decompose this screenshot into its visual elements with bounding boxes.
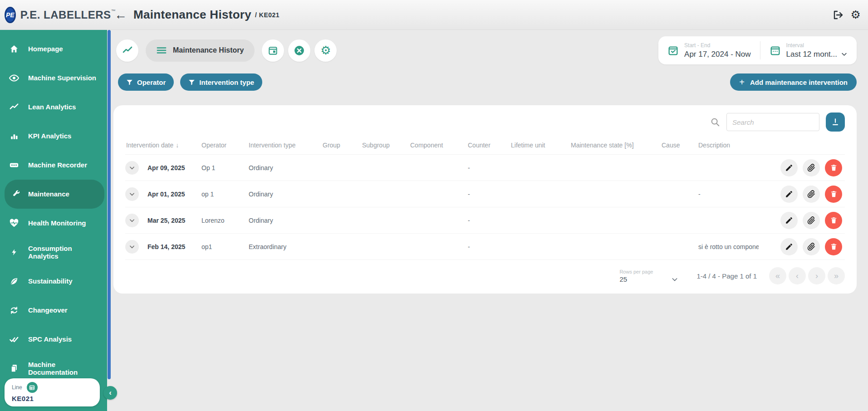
column-header[interactable]: Description [698, 142, 759, 149]
back-arrow-icon[interactable]: ← [114, 9, 127, 21]
main-content: Maintenance History ⚙ Start - End Apr 17… [111, 30, 868, 411]
pencil-icon [785, 243, 793, 251]
sidebar-collapse-button[interactable]: ‹ [103, 386, 117, 400]
line-value: KE021 [12, 395, 93, 402]
next-page-button[interactable]: › [808, 267, 825, 284]
brand-name: P.E. LABELLERS™ [20, 9, 116, 21]
filter-intervention-type-button[interactable]: Intervention type [180, 73, 262, 91]
start-end-value: Apr 17, 2024 - Now [684, 50, 750, 59]
paperclip-icon [807, 190, 815, 198]
pencil-icon [785, 164, 793, 172]
add-maintenance-intervention-button[interactable]: + Add maintenance intervention [730, 73, 857, 91]
sidebar-item-kpi-analytics[interactable]: KPI Analytics [0, 122, 107, 151]
expand-row-button[interactable] [125, 214, 139, 227]
clear-filters-button[interactable] [288, 39, 310, 62]
gear-icon: ⚙ [320, 44, 331, 56]
column-header[interactable]: Intervention type [249, 142, 323, 149]
sidebar-item-spc-analysis[interactable]: SPC Analysis [0, 325, 107, 354]
toolbar: Maintenance History ⚙ Start - End Apr 17… [113, 36, 857, 64]
analytics-view-button[interactable] [116, 39, 138, 62]
sidebar-item-machine-recorder[interactable]: Machine Recorder [0, 151, 107, 180]
edit-button[interactable] [780, 212, 798, 229]
chevron-down-icon [841, 51, 848, 58]
expand-row-button[interactable] [125, 161, 139, 175]
sidebar-item-health-monitoring[interactable]: Health Monitoring [0, 209, 107, 238]
sidebar-item-sustainability[interactable]: Sustainability [0, 267, 107, 296]
eye-icon [0, 73, 28, 83]
sidebar-item-machine-supervision[interactable]: Machine Supervision [0, 64, 107, 93]
attachment-button[interactable] [803, 186, 820, 203]
search-input[interactable] [726, 113, 819, 131]
brand-logo-icon: PE [5, 7, 16, 23]
plus-icon: + [739, 78, 745, 87]
column-header[interactable]: Intervention date↓ [125, 142, 201, 149]
chevron-down-icon [129, 244, 135, 250]
sidebar-item-consumption-analytics[interactable]: Consumption Analytics [0, 238, 107, 267]
column-header[interactable]: Group [323, 142, 362, 149]
column-header[interactable]: Lifetime unit [511, 142, 571, 149]
download-button[interactable] [826, 113, 845, 132]
cell-intervention-type: Ordinary [249, 191, 323, 198]
sidebar-item-homepage[interactable]: Homepage [0, 34, 107, 64]
home-icon [0, 44, 28, 54]
sidebar-item-changeover[interactable]: Changeover [0, 296, 107, 325]
start-end-label: Start - End [684, 42, 750, 49]
sidebar-scrollbar-thumb[interactable] [108, 30, 111, 379]
attachment-button[interactable] [803, 212, 820, 229]
column-header[interactable]: Cause [662, 142, 698, 149]
table-settings-button[interactable]: ⚙ [314, 39, 337, 62]
first-page-button[interactable]: « [769, 267, 786, 284]
interval-label: Interval [786, 42, 848, 49]
funnel-icon [188, 79, 195, 86]
settings-gear-icon[interactable]: ⚙ [851, 9, 861, 20]
wrench-icon [5, 190, 28, 199]
chevron-down-icon [129, 217, 135, 224]
column-header[interactable]: Operator [201, 142, 249, 149]
heart-icon [0, 218, 28, 228]
search-icon [710, 117, 720, 127]
filter-operator-button[interactable]: Operator [118, 73, 174, 91]
doublecheck-icon [0, 334, 28, 344]
edit-button[interactable] [780, 159, 798, 176]
sidebar-item-maintenance[interactable]: Maintenance [5, 180, 104, 209]
cell-intervention-date: Apr 01, 2025 [147, 191, 201, 198]
start-end-selector[interactable]: Start - End Apr 17, 2024 - Now [658, 42, 760, 59]
bars-icon [0, 132, 28, 140]
edit-button[interactable] [780, 186, 798, 203]
column-header[interactable]: Subgroup [362, 142, 410, 149]
download-icon [831, 117, 840, 127]
paperclip-icon [807, 216, 815, 225]
sidebar-item-lean-analytics[interactable]: Lean Analytics [0, 93, 107, 122]
table-body: Apr 09, 2025 Op 1 Ordinary - Apr 01, 202… [125, 155, 845, 260]
column-header[interactable]: Counter [468, 142, 511, 149]
cycle-icon [0, 305, 28, 315]
cell-intervention-type: Ordinary [249, 217, 323, 224]
edit-button[interactable] [780, 238, 798, 255]
line-list-icon[interactable] [27, 382, 38, 393]
delete-button[interactable] [825, 212, 842, 229]
delete-button[interactable] [825, 159, 842, 176]
expand-row-button[interactable] [125, 240, 139, 254]
table-row: Feb 14, 2025 op1 Extraordinary - si è ro… [125, 234, 845, 260]
expand-row-button[interactable] [125, 187, 139, 201]
delete-button[interactable] [825, 238, 842, 255]
column-header[interactable]: Component [410, 142, 468, 149]
attachment-button[interactable] [803, 159, 820, 176]
rows-per-page-select[interactable]: Rows per page 25 [619, 269, 678, 283]
logout-icon[interactable] [833, 10, 843, 20]
last-page-button[interactable]: » [828, 267, 845, 284]
attachment-button[interactable] [803, 238, 820, 255]
sidebar-scrollbar-track[interactable] [107, 30, 111, 411]
calendar-view-button[interactable] [262, 39, 284, 62]
cell-counter: - [468, 217, 511, 224]
maintenance-table-card: Intervention date↓OperatorIntervention t… [113, 105, 857, 294]
line-selector-card[interactable]: Line KE021 [5, 378, 100, 406]
cell-counter: - [468, 243, 511, 250]
chevron-down-icon [129, 191, 135, 197]
previous-page-button[interactable]: ‹ [789, 267, 806, 284]
interval-selector[interactable]: Interval Last 12 mont... [760, 42, 857, 59]
delete-button[interactable] [825, 186, 842, 203]
cell-counter: - [468, 164, 511, 171]
tab-maintenance-history[interactable]: Maintenance History [146, 39, 255, 62]
column-header[interactable]: Maintenance state [%] [571, 142, 662, 149]
